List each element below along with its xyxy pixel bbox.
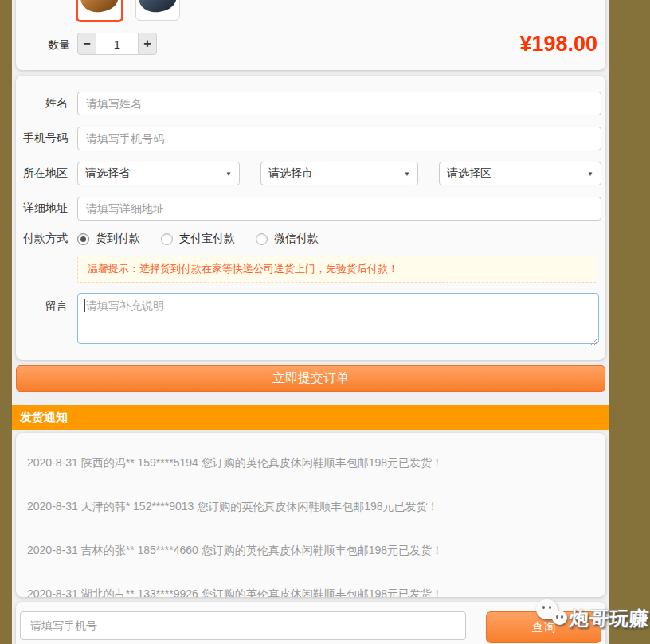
quantity-label: 数量 [48, 38, 70, 53]
query-button[interactable]: 查询 [486, 611, 601, 643]
chevron-down-icon: ▼ [587, 170, 593, 178]
payment-option-cod[interactable]: 货到付款 [77, 232, 140, 246]
product-summary-card: 数量 − + ¥198.00 [16, 0, 605, 70]
payment-tip: 温馨提示：选择货到付款在家等快递公司送货上门，先验货后付款！ [77, 256, 597, 283]
name-input[interactable] [77, 92, 601, 115]
address-input[interactable] [77, 197, 601, 221]
product-price: ¥198.00 [519, 32, 597, 57]
brown-leather-shoe-image [77, 0, 121, 16]
order-query-card: 查询 [16, 602, 605, 644]
navy-leather-shoe-image [135, 0, 179, 16]
message-label: 留言 [16, 293, 68, 314]
phone-input[interactable] [77, 127, 601, 150]
payment-option-label: 微信付款 [274, 232, 319, 246]
region-label: 所在地区 [16, 166, 68, 181]
notice-list-item: 2020-8-31 湖北的占** 133****9926 您订购的英伦真皮休闲鞋… [16, 572, 605, 597]
query-phone-input[interactable] [20, 611, 466, 640]
text-cursor [84, 299, 85, 312]
city-select-value: 请选择市 [268, 166, 313, 181]
address-label: 详细地址 [16, 201, 68, 216]
chevron-down-icon: ▼ [404, 170, 410, 178]
quantity-input[interactable] [96, 33, 138, 55]
quantity-increase-button[interactable]: + [138, 33, 157, 55]
name-row: 姓名 [16, 92, 601, 115]
product-thumbnail-alt[interactable] [135, 0, 180, 21]
province-select[interactable]: 请选择省 ▼ [77, 162, 240, 185]
shipping-notice-header: 发货通知 [12, 405, 609, 430]
payment-option-label: 支付宝付款 [179, 232, 235, 246]
quantity-decrease-button[interactable]: − [77, 33, 96, 55]
phone-row: 手机号码 [16, 127, 601, 150]
radio-checked-icon[interactable] [77, 233, 89, 245]
product-thumbnail-selected[interactable] [76, 0, 123, 22]
order-form-card: 姓名 手机号码 所在地区 请选择省 ▼ 请选择市 ▼ 请选择区 ▼ [16, 76, 605, 360]
payment-option-alipay[interactable]: 支付宝付款 [161, 232, 235, 246]
region-row: 所在地区 请选择省 ▼ 请选择市 ▼ 请选择区 ▼ [16, 162, 601, 185]
quantity-stepper: − + [77, 33, 157, 55]
name-label: 姓名 [16, 96, 68, 111]
notice-list-item: 2020-8-31 陕西的冯** 159****5194 您订购的英伦真皮休闲鞋… [16, 441, 605, 485]
district-select[interactable]: 请选择区 ▼ [439, 162, 601, 185]
region-selects: 请选择省 ▼ 请选择市 ▼ 请选择区 ▼ [77, 162, 601, 185]
payment-option-label: 货到付款 [96, 232, 140, 246]
chevron-down-icon: ▼ [225, 170, 232, 178]
order-page: 数量 − + ¥198.00 姓名 手机号码 所在地区 请选择省 ▼ [12, 0, 609, 644]
address-row: 详细地址 [16, 197, 601, 221]
province-select-value: 请选择省 [85, 166, 130, 181]
district-select-value: 请选择区 [447, 166, 491, 181]
radio-unchecked-icon[interactable] [161, 233, 173, 245]
submit-order-button[interactable]: 立即提交订单 [16, 365, 605, 392]
shipping-notice-list: 2020-8-31 陕西的冯** 159****5194 您订购的英伦真皮休闲鞋… [16, 433, 605, 597]
message-textarea[interactable] [77, 293, 599, 344]
notice-list-item: 2020-8-31 天津的韩* 152****9013 您订购的英伦真皮休闲鞋顺… [16, 485, 605, 529]
notice-list-item: 2020-8-31 吉林的张** 185****4660 您订购的英伦真皮休闲鞋… [16, 529, 605, 572]
payment-option-wechat[interactable]: 微信付款 [256, 232, 319, 246]
payment-row: 付款方式 货到付款 支付宝付款 微信付款 [16, 232, 601, 246]
message-row: 留言 [16, 293, 601, 347]
payment-label: 付款方式 [16, 232, 68, 246]
city-select[interactable]: 请选择市 ▼ [260, 162, 418, 185]
message-textarea-wrap [77, 293, 599, 347]
radio-unchecked-icon[interactable] [256, 233, 268, 245]
phone-label: 手机号码 [16, 131, 68, 146]
